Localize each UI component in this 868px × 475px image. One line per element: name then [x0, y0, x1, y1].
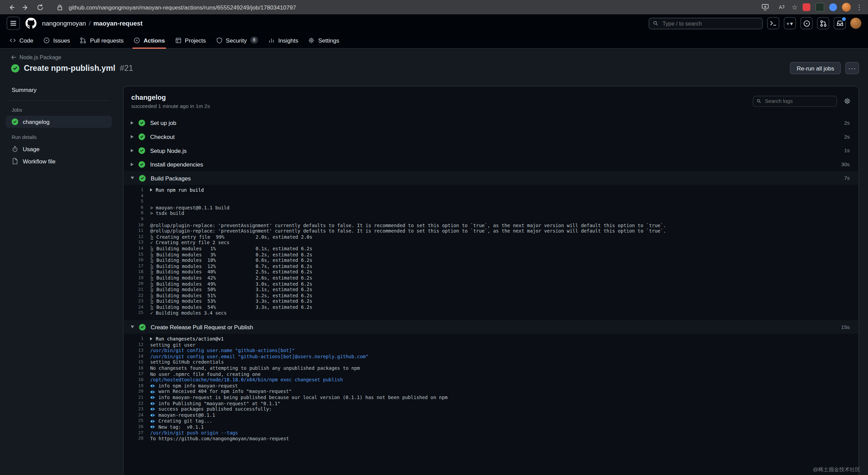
- breadcrumb-owner[interactable]: nangongmoyan: [42, 20, 86, 27]
- bookmark-star-icon[interactable]: ☆: [792, 4, 798, 11]
- log-line-number[interactable]: 11: [124, 228, 144, 234]
- log-line-number[interactable]: 12: [124, 234, 144, 240]
- log-line-number[interactable]: 20: [124, 281, 144, 287]
- log-line-number[interactable]: 4: [124, 193, 144, 199]
- chevron-icon: [131, 149, 134, 152]
- tab-issues[interactable]: Issues: [38, 32, 75, 48]
- extension-dark-icon[interactable]: [815, 3, 824, 12]
- log-line-number[interactable]: 1: [124, 187, 144, 193]
- sidebar-item-summary[interactable]: Summary: [5, 84, 112, 96]
- command-palette-icon[interactable]: [767, 17, 779, 29]
- install-icon[interactable]: [760, 2, 771, 13]
- step-header[interactable]: Checkout2s: [124, 129, 859, 143]
- log-line-number[interactable]: 1: [124, 336, 144, 342]
- log-line: 13✓ Creating entry file 2 secs: [124, 240, 859, 246]
- log-line-number[interactable]: 5: [124, 199, 144, 205]
- back-icon[interactable]: [5, 2, 17, 13]
- step-header[interactable]: Setup Node.js1s: [124, 143, 859, 157]
- reload-icon[interactable]: [34, 2, 46, 13]
- expand-group-icon[interactable]: [150, 188, 153, 192]
- global-search[interactable]: [649, 17, 763, 29]
- log-line-number[interactable]: 6: [124, 205, 144, 210]
- tab-pull-requests[interactable]: Pull requests: [75, 32, 128, 48]
- issues-icon[interactable]: [801, 17, 813, 29]
- extension-red-icon[interactable]: [803, 3, 810, 11]
- log-search-input[interactable]: [764, 97, 833, 105]
- log-line: 1Run npm run build: [124, 187, 859, 193]
- log-line-number[interactable]: 23: [124, 299, 144, 304]
- sidebar-item-workflow-file[interactable]: Workflow file: [5, 155, 112, 167]
- log-line-number[interactable]: 22: [124, 293, 144, 299]
- log-line-number[interactable]: 23: [124, 407, 144, 412]
- log-line-text: ⣷ Building modules 10% 0.6s, estimated 6…: [143, 257, 312, 263]
- log-line-number[interactable]: 20: [124, 389, 144, 395]
- tab-security[interactable]: Security 8: [211, 32, 263, 48]
- tab-code[interactable]: Code: [4, 32, 38, 48]
- log-line-number[interactable]: 9: [124, 217, 144, 222]
- log-line-number[interactable]: 24: [124, 412, 144, 418]
- log-line-number[interactable]: 15: [124, 360, 144, 365]
- log-line-number[interactable]: 13: [124, 240, 144, 246]
- step-header[interactable]: Install dependencies30s: [124, 157, 859, 171]
- sidebar-item-usage[interactable]: Usage: [5, 143, 112, 155]
- back-to-workflow-link[interactable]: Node.js Package: [11, 54, 61, 60]
- log-line-number[interactable]: 21: [124, 287, 144, 292]
- log-line-number[interactable]: 17: [124, 371, 144, 377]
- log-line-number[interactable]: 21: [124, 395, 144, 400]
- expand-group-icon[interactable]: [150, 337, 153, 341]
- log-line-number[interactable]: 14: [124, 354, 144, 360]
- log-line-number[interactable]: 25: [124, 418, 144, 424]
- browser-menu-icon[interactable]: ⋮: [856, 4, 863, 11]
- tab-actions[interactable]: Actions: [129, 32, 170, 48]
- create-new-button[interactable]: +▾: [784, 17, 796, 29]
- browser-profile-avatar[interactable]: [842, 3, 851, 12]
- log-line-number[interactable]: 22: [124, 401, 144, 407]
- extension-blue-icon[interactable]: [829, 3, 837, 11]
- log-line: 5: [124, 199, 859, 205]
- breadcrumb-repo[interactable]: maoyan-request: [93, 20, 142, 27]
- step-header[interactable]: Set up job2s: [124, 116, 859, 130]
- forward-icon[interactable]: [20, 2, 31, 13]
- pull-requests-icon[interactable]: [817, 17, 829, 29]
- sidebar-item-job-changelog[interactable]: changelog: [5, 116, 112, 128]
- log-line-number[interactable]: 8: [124, 210, 144, 216]
- log-line-number[interactable]: 18: [124, 269, 144, 275]
- github-logo[interactable]: [26, 18, 37, 29]
- browser-right-controls: A ☆ ⋮: [760, 2, 863, 13]
- hamburger-menu-icon[interactable]: [7, 17, 20, 30]
- step-header[interactable]: Build Packages7s: [124, 171, 859, 185]
- chevron-icon: [131, 162, 134, 166]
- log-line-number[interactable]: 16: [124, 257, 144, 263]
- log-settings-gear-icon[interactable]: [843, 97, 851, 105]
- secure-lock-icon[interactable]: [54, 2, 65, 13]
- tab-projects[interactable]: Projects: [170, 32, 211, 48]
- log-line-number[interactable]: 10: [124, 222, 144, 228]
- log-line-number[interactable]: 18: [124, 377, 144, 383]
- log-line-number[interactable]: 15: [124, 252, 144, 257]
- tab-settings[interactable]: Settings: [303, 32, 344, 48]
- butterfly-icon: [150, 390, 155, 394]
- tab-insights[interactable]: Insights: [263, 32, 303, 48]
- log-line-number[interactable]: 25: [124, 310, 144, 316]
- run-options-kebab-button[interactable]: ···: [845, 62, 859, 74]
- address-bar[interactable]: github.com/nangongmoyan/maoyan-request/a…: [54, 2, 759, 13]
- log-line-number[interactable]: 17: [124, 264, 144, 269]
- log-search[interactable]: [753, 95, 837, 107]
- log-line-number[interactable]: 16: [124, 365, 144, 371]
- log-line-number[interactable]: 19: [124, 275, 144, 281]
- log-line-number[interactable]: 12: [124, 342, 144, 348]
- inbox-icon[interactable]: [834, 17, 846, 29]
- global-search-input[interactable]: [661, 20, 758, 27]
- log-line-number[interactable]: 19: [124, 383, 144, 389]
- log-line-number[interactable]: 14: [124, 246, 144, 252]
- rerun-all-jobs-button[interactable]: Re-run all jobs: [790, 62, 841, 74]
- log-line-number[interactable]: 27: [124, 430, 144, 436]
- log-line-number[interactable]: 26: [124, 424, 144, 430]
- translate-icon[interactable]: A: [776, 2, 787, 13]
- log-line-number[interactable]: 28: [124, 436, 144, 442]
- log-line-number[interactable]: 13: [124, 348, 144, 354]
- user-avatar[interactable]: [850, 18, 862, 29]
- log-line-number[interactable]: 24: [124, 304, 144, 310]
- url-text[interactable]: github.com/nangongmoyan/maoyan-request/a…: [69, 4, 296, 11]
- step-header[interactable]: Create Release Pull Request or Publish15…: [124, 320, 859, 334]
